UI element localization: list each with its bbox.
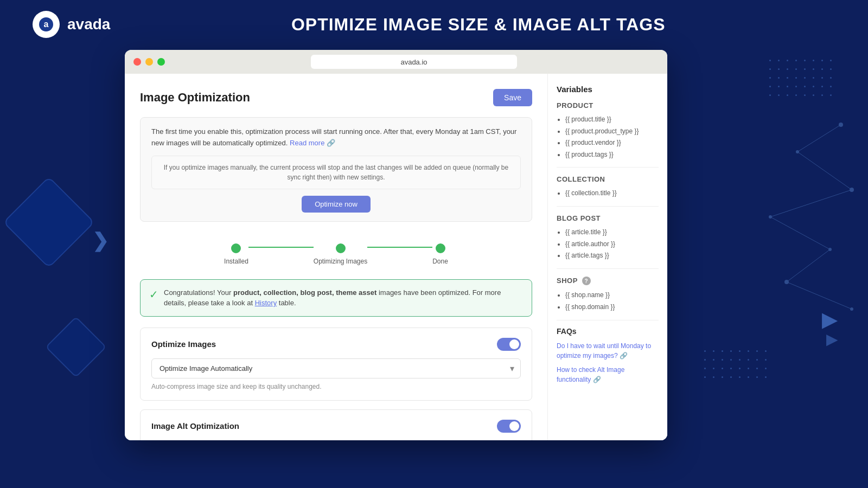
shop-help-icon[interactable]: ? <box>582 277 591 285</box>
svg-point-18 <box>850 307 853 311</box>
step-dot-installed <box>231 243 241 253</box>
maximize-button[interactable] <box>157 58 165 66</box>
manual-notice: If you optimize images manually, the cur… <box>151 156 521 189</box>
faq-link-2[interactable]: How to check Alt Image functionality 🔗 <box>557 365 659 384</box>
close-button[interactable] <box>133 58 141 66</box>
blog-post-section-title: BLOG POST <box>557 214 659 222</box>
step-label-optimizing: Optimizing Images <box>314 258 367 265</box>
logo-text: avada <box>67 16 110 33</box>
optimize-hint: Auto-compress image size and keep its qu… <box>151 383 521 390</box>
list-item: {{ product.title }} <box>565 114 659 126</box>
svg-line-22 <box>770 217 830 249</box>
image-alt-header: Image Alt Optimization <box>151 420 521 433</box>
svg-point-14 <box>850 188 854 192</box>
success-icon: ✓ <box>149 286 158 303</box>
svg-line-23 <box>787 249 830 282</box>
browser-window: avada.io Image Optimization Save The fir… <box>125 50 667 440</box>
url-bar[interactable]: avada.io <box>311 55 517 69</box>
svg-point-16 <box>828 248 832 251</box>
list-item: {{ shop.domain }} <box>565 301 659 313</box>
optimize-images-header: Optimize Images <box>151 338 521 351</box>
svg-line-19 <box>797 125 841 152</box>
info-text: The first time you enable this, optimiza… <box>151 126 521 149</box>
list-item: {{ product.vendor }} <box>565 137 659 149</box>
optimize-select-wrapper: Optimize Image AutomaticallyManual ▾ <box>151 358 521 378</box>
blog-post-vars-list: {{ article.title }} {{ article.author }}… <box>557 227 659 262</box>
shop-vars-list: {{ shop.name }} {{ shop.domain }} <box>557 290 659 313</box>
optimize-images-title: Optimize Images <box>151 339 216 349</box>
minimize-button[interactable] <box>145 58 153 66</box>
step-done: Done <box>432 243 448 265</box>
svg-point-17 <box>784 280 789 284</box>
url-text: avada.io <box>400 58 427 66</box>
page-title: Image Optimization <box>140 91 250 105</box>
image-alt-toggle[interactable] <box>497 420 521 433</box>
step-line-2 <box>367 247 432 248</box>
browser-bar: avada.io <box>125 50 667 74</box>
optimize-images-section: Optimize Images Optimize Image Automatic… <box>140 328 532 401</box>
image-alt-section: Image Alt Optimization Product Image Alt <box>140 409 532 440</box>
optimize-images-toggle[interactable] <box>497 338 521 351</box>
progress-steps: Installed Optimizing Images Done <box>140 233 532 271</box>
product-section-title: PRODUCT <box>557 101 659 110</box>
read-more-link[interactable]: Read more 🔗 <box>290 139 335 147</box>
svg-line-20 <box>797 152 852 190</box>
step-installed: Installed <box>224 243 248 265</box>
list-item: {{ article.author }} <box>565 239 659 251</box>
collection-section-title: COLLECTION <box>557 175 659 183</box>
svg-line-21 <box>770 190 852 217</box>
info-box: The first time you enable this, optimiza… <box>140 117 532 222</box>
history-link[interactable]: History <box>255 299 277 307</box>
product-vars-list: {{ product.title }} {{ product.product_t… <box>557 114 659 160</box>
faqs-title: FAQs <box>557 327 659 336</box>
step-line-1 <box>248 247 314 248</box>
save-button[interactable]: Save <box>493 89 532 106</box>
main-panel: Image Optimization Save The first time y… <box>125 74 548 440</box>
list-item: {{ shop.name }} <box>565 290 659 301</box>
optimize-now-button[interactable]: Optimize now <box>302 196 371 213</box>
svg-point-13 <box>796 150 799 153</box>
list-item: {{ product.product_type }} <box>565 126 659 138</box>
variables-title: Variables <box>557 85 659 94</box>
success-bold-items: product, collection, blog post, theme as… <box>233 288 376 297</box>
success-box: ✓ Congratulations! Your product, collect… <box>140 279 532 317</box>
header: a avada OPTIMIZE IMAGE SIZE & IMAGE ALT … <box>0 0 868 49</box>
svg-point-15 <box>769 215 772 219</box>
optimize-select[interactable]: Optimize Image AutomaticallyManual <box>151 358 521 378</box>
logo-icon: a <box>33 11 60 38</box>
svg-text:a: a <box>44 20 49 29</box>
step-optimizing: Optimizing Images <box>314 243 367 265</box>
page-header: Image Optimization Save <box>140 89 532 106</box>
list-item: {{ collection.title }} <box>565 188 659 200</box>
step-label-installed: Installed <box>224 258 248 265</box>
svg-point-12 <box>839 123 843 127</box>
shop-section-title: SHOP ? <box>557 277 659 286</box>
sidebar-panel: Variables PRODUCT {{ product.title }} {{… <box>548 74 667 440</box>
success-text: Congratulations! Your product, collectio… <box>164 287 523 309</box>
image-alt-title: Image Alt Optimization <box>151 421 239 431</box>
list-item: {{ article.tags }} <box>565 250 659 262</box>
step-label-done: Done <box>432 258 448 265</box>
faq-link-1[interactable]: Do I have to wait until Monday to optimi… <box>557 341 659 361</box>
step-dot-optimizing <box>336 243 346 253</box>
step-dot-done <box>436 243 445 253</box>
list-item: {{ product.tags }} <box>565 149 659 161</box>
page-main-title: OPTIMIZE IMAGE SIZE & IMAGE ALT TAGS <box>121 15 835 35</box>
svg-line-24 <box>787 282 852 309</box>
collection-vars-list: {{ collection.title }} <box>557 188 659 200</box>
list-item: {{ article.title }} <box>565 227 659 239</box>
